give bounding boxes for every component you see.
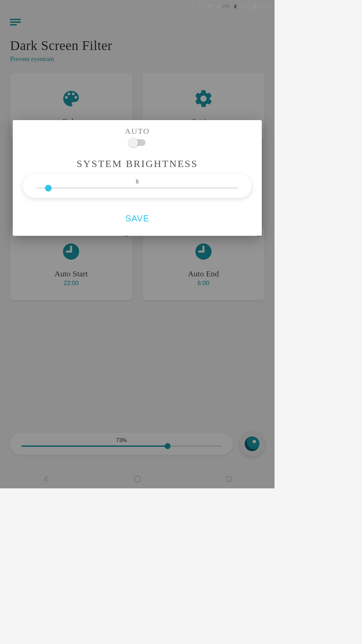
toggle-thumb [129, 138, 138, 147]
brightness-dialog: AUTO SYSTEM BRIGHTNESS 6 SAVE [13, 120, 262, 236]
modal-overlay[interactable] [0, 0, 275, 488]
auto-label: AUTO [23, 127, 252, 136]
save-button[interactable]: SAVE [23, 213, 252, 224]
auto-toggle[interactable] [129, 139, 145, 146]
brightness-slider[interactable] [36, 187, 238, 189]
dialog-heading: SYSTEM BRIGHTNESS [23, 158, 252, 169]
brightness-value: 6 [36, 179, 238, 185]
brightness-slider-container: 6 [23, 174, 252, 198]
